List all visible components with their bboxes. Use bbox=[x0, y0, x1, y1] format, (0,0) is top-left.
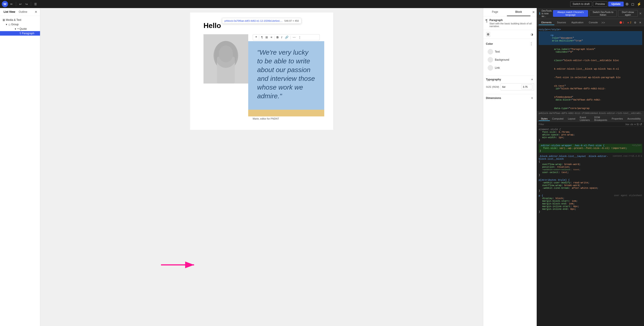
accessibility-tab[interactable]: Accessibility bbox=[625, 117, 643, 121]
css-important-prop[interactable]: font-size: var(--wp--preset--font-size--… bbox=[540, 147, 641, 149]
position-prop[interactable]: position bbox=[542, 166, 554, 168]
color-background-option[interactable]: Background bbox=[486, 56, 534, 64]
left-sidebar: List View Outline ✕ 🖼 Media & Text ▼ ◻ G… bbox=[0, 8, 40, 326]
page-tab[interactable]: Page bbox=[483, 8, 507, 16]
dimensions-more-btn[interactable]: + bbox=[530, 96, 534, 100]
settings-devtools-btn[interactable]: ⚙ bbox=[633, 21, 637, 25]
outline-tab[interactable]: Outline bbox=[18, 10, 28, 14]
styles-tab[interactable]: Styles bbox=[539, 117, 550, 121]
margin-inline-start-prop[interactable]: margin-inline-start bbox=[542, 205, 570, 208]
dimensions-section: Dimensions + bbox=[486, 96, 534, 100]
list-view-btn[interactable]: ☰ bbox=[33, 2, 38, 7]
html-line-attr2[interactable]: class="block-editor-rich-text__editable … bbox=[539, 56, 642, 65]
grid-tool-btn[interactable]: ⊞ bbox=[264, 35, 269, 40]
html-line-attr4[interactable]: -font-size is-selected wp-block-paragrap… bbox=[539, 73, 642, 82]
filter-input[interactable] bbox=[539, 123, 624, 126]
css-min-width-prop[interactable]: min-width: 1px; bbox=[539, 136, 564, 139]
sidebar-close-btn[interactable]: ✕ bbox=[35, 10, 37, 14]
switch-draft-btn[interactable]: Switch to draft bbox=[570, 1, 592, 7]
tree-item-group[interactable]: ▼ ◻ Group bbox=[0, 22, 40, 27]
more-tool-btn[interactable]: ⋯ bbox=[292, 35, 297, 40]
italic-tool-btn[interactable]: I bbox=[280, 35, 283, 40]
bold-tool-btn[interactable]: B bbox=[276, 35, 280, 40]
dont-show-btn[interactable]: Don't show again bbox=[618, 10, 638, 17]
tree-item-quote[interactable]: ▼ ❝ Quote bbox=[0, 27, 40, 31]
list-view-tab[interactable]: List View bbox=[3, 10, 16, 14]
css-font-size-prop[interactable]: font-size: 3.75rem; bbox=[539, 131, 570, 133]
dom-breakpoints-tab[interactable]: DOM Breakpoints bbox=[592, 115, 609, 122]
sources-tab[interactable]: Sources bbox=[554, 20, 569, 25]
options-tool-btn[interactable]: ⋮ bbox=[297, 35, 302, 40]
color-more-btn[interactable]: ⋮ bbox=[528, 42, 534, 46]
typography-more-btn[interactable]: + bbox=[530, 77, 534, 82]
devtools-html-tree[interactable]: <style></style> <p role="document" aria-… bbox=[537, 26, 644, 111]
lightning-btn[interactable]: ⚡ bbox=[636, 1, 642, 7]
color-text-option[interactable]: Text bbox=[486, 48, 534, 56]
settings-icon-btn[interactable]: ⚙ bbox=[624, 1, 630, 7]
close-devtools-btn[interactable]: ✕ bbox=[638, 21, 642, 25]
application-tab[interactable]: Application bbox=[569, 20, 586, 25]
copy-btn[interactable]: ⎘ bbox=[637, 122, 639, 126]
wp-logo[interactable]: W bbox=[2, 1, 8, 7]
html-line-attr1[interactable]: aria-label="Paragraph block" tabindex="0… bbox=[539, 45, 642, 56]
css-white-space-prop[interactable]: white-space: pre-wrap; bbox=[539, 133, 575, 136]
refresh-btn[interactable]: ↺ bbox=[640, 122, 642, 126]
html-line-attr6[interactable]: 1f206b1de6ed" data-block="0a76f6ae-ddf3-… bbox=[539, 93, 642, 104]
hov-pseudo-btn[interactable]: :hov .cls bbox=[624, 123, 634, 126]
size-input[interactable] bbox=[521, 84, 532, 89]
html-line-attr3[interactable]: k-editor-block-list__block wp-block has-… bbox=[539, 65, 642, 73]
undo-btn[interactable]: ↩ bbox=[18, 2, 23, 7]
quote-block[interactable]: "We're very lucky to be able to write ab… bbox=[248, 41, 324, 110]
overflow-wrap2-prop[interactable]: overflow-wrap bbox=[542, 184, 562, 187]
add-class-btn[interactable]: + bbox=[634, 122, 636, 126]
overflow-wrap-prop[interactable]: overflow-wrap bbox=[542, 163, 562, 166]
layout-tab[interactable]: Layout bbox=[566, 117, 578, 121]
webkit-user-modify-prop[interactable]: -webkit-user-modify bbox=[542, 181, 570, 184]
paragraph-tool-btn[interactable]: ¶ bbox=[260, 35, 264, 40]
right-panel-close-btn[interactable]: ✕ bbox=[530, 9, 537, 16]
match-language-btn[interactable]: Always match Chrome's language bbox=[553, 10, 588, 17]
block-tab[interactable]: Block bbox=[507, 8, 531, 16]
html-line-attr7[interactable]: data-type="core/paragrap bbox=[539, 104, 642, 111]
margin-block-end-prop[interactable]: margin-block-end bbox=[542, 202, 566, 205]
update-btn[interactable]: Update bbox=[608, 2, 624, 7]
editor-area[interactable]: p#block-0a76f6ae-ddf3-4d82-b1 12-1f206b1… bbox=[40, 8, 483, 326]
quote-text[interactable]: "We're very lucky to be able to write ab… bbox=[257, 48, 315, 100]
switch-italian-btn[interactable]: Switch DevTools to Italian bbox=[590, 10, 617, 17]
tree-item-paragraph[interactable]: ¶ Paragraph bbox=[0, 31, 40, 36]
webkit-user-select-prop[interactable]: -webkit-user-select bbox=[542, 168, 570, 171]
edit-tool-btn[interactable]: ✏ bbox=[9, 2, 14, 7]
link-tool-btn[interactable]: 🔗 bbox=[284, 35, 290, 40]
margin-inline-end-prop[interactable]: margin-inline-end bbox=[542, 208, 567, 211]
settings-btn[interactable]: ⚙ bbox=[486, 32, 490, 37]
properties-tab[interactable]: Properties bbox=[610, 117, 625, 121]
block-open: { bbox=[539, 160, 540, 163]
color-section-title: Color bbox=[486, 42, 493, 46]
size-preset-select[interactable]: 6xl bbox=[501, 83, 534, 90]
quote-tool-btn[interactable]: ❝ bbox=[254, 35, 258, 40]
more-tabs-btn[interactable]: >> bbox=[601, 21, 605, 24]
html-line-p[interactable]: <p role="document" aria-multiline="true" bbox=[539, 31, 642, 45]
user-select-prop[interactable]: user-select bbox=[542, 171, 558, 174]
size-label: SIZE (REM) bbox=[486, 86, 499, 88]
display-prop[interactable]: display bbox=[542, 197, 552, 200]
webkit-line-break-prop[interactable]: -webkit-line-break bbox=[542, 187, 569, 190]
patterns-btn[interactable]: ◻ bbox=[630, 1, 635, 7]
align-tool-btn[interactable]: ≡ bbox=[270, 35, 274, 40]
computed-tab[interactable]: Computed bbox=[550, 117, 566, 121]
text-color-label: Text bbox=[495, 50, 500, 53]
preview-btn[interactable]: Preview bbox=[593, 1, 608, 7]
elements-tab[interactable]: Elements bbox=[539, 20, 554, 25]
devtools-styles-content[interactable]: element.style { font-size: 3.75rem; whit… bbox=[537, 127, 644, 326]
arrow-annotation bbox=[161, 260, 197, 270]
style-btn[interactable]: ◑ bbox=[530, 32, 534, 37]
html-line[interactable]: <style></style> bbox=[539, 28, 642, 31]
notification-close-btn[interactable]: ✕ bbox=[639, 12, 642, 15]
tree-item-media-text[interactable]: 🖼 Media & Text bbox=[0, 18, 40, 22]
html-line-attr5[interactable]: ck-text" id="block-0a76f6ae-ddf3-4d82-b1… bbox=[539, 82, 642, 93]
margin-block-start-prop[interactable]: margin-block-start bbox=[542, 200, 569, 202]
console-tab[interactable]: Console bbox=[586, 20, 600, 25]
color-link-option[interactable]: Link bbox=[486, 64, 534, 72]
event-listeners-tab[interactable]: Event Listeners bbox=[578, 115, 592, 122]
redo-btn[interactable]: ↪ bbox=[24, 2, 29, 7]
